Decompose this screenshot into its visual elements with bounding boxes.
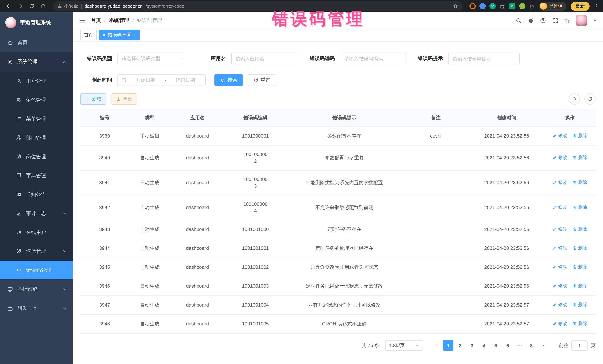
app-name-input[interactable] [231,53,300,65]
cell-type: 自动生成 [129,296,170,315]
reset-button[interactable]: 重置 [247,74,276,86]
security-status[interactable]: 不安全 [57,3,78,9]
cell-actions: 修改删除 [544,220,596,239]
sidebar-item-badge[interactable]: 岗位管理 [0,147,73,166]
cell-type: 自动生成 [129,145,170,170]
edit-link[interactable]: 修改 [552,282,567,289]
extensions-menu-icon[interactable] [529,3,535,9]
reload-icon[interactable] [27,1,37,11]
breadcrumb-system[interactable]: 系统管理 [109,17,129,24]
bookmark-star-icon[interactable] [453,3,458,9]
page-button-1[interactable]: 1 [443,340,453,351]
sidebar-item-online[interactable]: 在线用户 [0,223,73,242]
delete-link[interactable]: 删除 [572,204,587,210]
edit-link[interactable]: 修改 [552,320,567,327]
avatar-caret-icon[interactable] [593,18,597,22]
delete-link[interactable]: 删除 [572,282,587,289]
error-hint-input[interactable] [448,53,519,65]
extension-icon[interactable] [519,3,525,9]
breadcrumb-home[interactable]: 首页 [91,17,101,24]
address-bar[interactable]: 不安全 dashboard.yudao.iocoder.cn /system/e… [53,1,463,11]
delete-link[interactable]: 删除 [572,320,587,327]
page-button-2[interactable]: 2 [455,340,465,351]
edit-link[interactable]: 修改 [552,132,567,139]
edit-link[interactable]: 修改 [552,226,567,232]
add-button[interactable]: 新增 [80,93,106,105]
sidebar-item-sms[interactable]: 短信管理 [0,242,73,261]
cell-message: 定时任务已经处于该状态，无需修改 [286,277,402,296]
error-type-select[interactable]: 请选择错误码类型 [117,53,189,65]
page-button-3[interactable]: 3 [467,340,477,351]
sidebar-item-code[interactable]: 错误码管理 [0,261,73,279]
filter-label-create-time: 创建时间 [80,77,112,83]
extension-icon[interactable] [469,3,476,9]
browser-update-button[interactable]: 更新 [571,2,590,11]
github-icon[interactable] [527,17,534,23]
sidebar-item-org[interactable]: 部门管理 [0,128,73,147]
header: 首页 / 系统管理 / 错误码管理 TT [73,12,603,29]
app-logo[interactable]: 芋道管理系统 [0,12,73,33]
export-button[interactable]: 导出 [111,93,137,105]
browser-profile-badge[interactable]: 已暂停 [539,2,566,11]
delete-link[interactable]: 删除 [572,179,587,186]
home-icon[interactable] [38,1,48,11]
edit-link[interactable]: 修改 [552,154,567,161]
delete-link[interactable]: 删除 [572,301,587,308]
header-search-icon[interactable] [515,17,522,23]
end-date-placeholder: 结束日期 [169,77,201,83]
page-button-6[interactable]: 6 [502,340,513,351]
prev-page-button[interactable] [431,340,441,351]
sidebar-item-tools[interactable]: 研发工具 [0,299,73,318]
sidebar-item-home[interactable]: 首页 [0,33,73,52]
pager-ellipsis[interactable]: ··· [514,340,525,351]
delete-link[interactable]: 删除 [572,264,587,270]
show-search-button[interactable] [569,93,580,105]
search-button[interactable]: 搜索 [214,74,243,86]
sidebar-item-infra[interactable]: 基础设施 [0,279,73,299]
edit-link[interactable]: 修改 [552,301,567,308]
page-button-5[interactable]: 5 [491,340,501,351]
next-page-button[interactable] [538,340,548,351]
sidebar-item-user[interactable]: 用户管理 [0,72,73,90]
tab-close-icon[interactable]: × [133,33,136,37]
tab-1[interactable]: 错误码管理× [99,30,139,40]
font-size-icon[interactable]: TT [564,18,570,23]
delete-link[interactable]: 删除 [572,132,587,139]
refresh-icon [254,78,258,82]
goto-page-input[interactable] [571,340,588,351]
browser-menu-icon[interactable] [593,3,599,9]
sidebar-item-edit[interactable]: 审计日志 [0,204,73,223]
sidebar-item-chat[interactable]: 通知公告 [0,185,73,204]
edit-link[interactable]: 修改 [552,264,567,270]
sidebar-item-list[interactable]: 菜单管理 [0,109,73,128]
refresh-table-button[interactable] [584,93,596,105]
tab-0[interactable]: 首页 [80,30,97,40]
error-code-input[interactable] [340,53,406,65]
edit-link[interactable]: 修改 [552,204,567,210]
hamburger-icon[interactable] [79,17,86,24]
date-range-picker[interactable]: 开始日期 - 结束日期 [117,74,206,86]
page-button-4[interactable]: 4 [479,340,489,351]
sidebar-item-users[interactable]: 角色管理 [0,90,73,109]
back-icon[interactable] [4,1,14,11]
forward-icon[interactable] [15,1,25,11]
delete-link[interactable]: 删除 [572,226,587,232]
extension-icon[interactable]: n [509,3,515,9]
sidebar-item-book[interactable]: 字典管理 [0,166,73,185]
edit-link[interactable]: 修改 [552,179,567,186]
cell-remark: ceshi [402,127,469,145]
delete-link[interactable]: 删除 [572,245,587,251]
delete-link[interactable]: 删除 [572,154,587,161]
fullscreen-icon[interactable] [552,17,558,23]
extension-icon[interactable] [499,3,505,9]
page-button-8[interactable]: 8 [526,340,537,351]
extension-icon[interactable]: V [489,3,496,9]
page-size-select[interactable]: 10条/页 [385,340,423,351]
page-content: 错误码类型 请选择错误码类型 应用名 错误码编码 错误码提示 创建时间 [73,42,603,364]
sidebar-item-gear[interactable]: 系统管理 [0,52,73,72]
cell-id: 3947 [80,296,129,315]
extension-icon[interactable] [479,3,486,9]
edit-link[interactable]: 修改 [552,245,567,251]
docs-help-icon[interactable] [540,17,546,23]
user-avatar[interactable] [576,15,587,26]
